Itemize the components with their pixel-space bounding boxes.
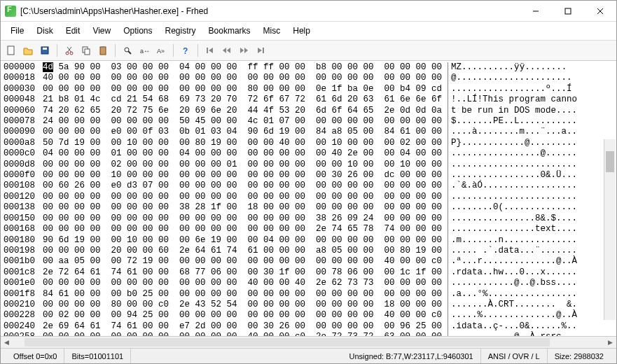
hex-bytes[interactable]: 40 00 00 00 00 00 00 00 00 00 00 00 00 0… xyxy=(43,73,442,83)
hex-row[interactable]: 00015000 00 00 00 00 00 00 00 00 00 00 0… xyxy=(4,214,613,224)
hex-bytes[interactable]: 24 00 00 00 00 00 00 00 50 45 00 00 4c 0… xyxy=(43,116,442,127)
menu-edit[interactable]: Edit xyxy=(60,24,86,37)
ascii-cell[interactable]: ................text.... xyxy=(448,224,577,234)
hex-view[interactable]: 0000004d 5a 90 00 03 00 00 00 04 00 00 0… xyxy=(1,61,616,336)
hex-bytes[interactable]: 21 b8 01 4c cd 21 54 68 69 73 20 70 72 6… xyxy=(43,94,442,105)
hex-row[interactable]: 00022800 02 00 00 00 94 25 00 00 00 00 0… xyxy=(4,310,613,321)
findnext-icon[interactable]: A» xyxy=(153,43,169,58)
hex-bytes[interactable]: 00 60 26 00 e0 d3 07 00 00 00 00 00 00 0… xyxy=(43,181,442,191)
hex-row[interactable]: 00006074 20 62 65 20 72 75 6e 20 69 6e 2… xyxy=(4,106,613,116)
ascii-cell[interactable]: ............@..@.bss.... xyxy=(448,278,577,288)
menu-registry[interactable]: Registry xyxy=(160,24,202,37)
ascii-cell[interactable]: .................0&.Ü... xyxy=(448,170,577,181)
hex-row[interactable]: 0000a850 7d 19 00 00 10 00 00 00 80 19 0… xyxy=(4,138,613,148)
cut-icon[interactable] xyxy=(62,43,77,58)
ascii-cell[interactable]: $.......PE..L........... xyxy=(448,116,577,127)
scrollbar-thumb[interactable] xyxy=(606,151,614,172)
ascii-cell[interactable]: ..... .`.data...¨....... xyxy=(448,246,577,256)
scroll-left-icon[interactable]: ◀ xyxy=(1,337,13,348)
open-icon[interactable] xyxy=(20,43,36,58)
ascii-cell[interactable]: ....à........m...¨...a.. xyxy=(448,127,577,137)
menu-options[interactable]: Options xyxy=(118,24,158,37)
nav-next-icon[interactable] xyxy=(236,43,251,58)
minimize-button[interactable] xyxy=(520,1,552,22)
help-icon[interactable]: ? xyxy=(178,43,193,58)
paste-icon[interactable] xyxy=(95,43,111,58)
ascii-cell[interactable]: .ª...r..............@..À xyxy=(448,256,577,267)
hex-bytes[interactable]: 00 00 00 00 00 00 00 00 00 00 00 00 00 0… xyxy=(43,224,442,234)
ascii-cell[interactable]: .....%..............@..À xyxy=(448,310,577,321)
hex-row[interactable]: 00007824 00 00 00 00 00 00 00 50 45 00 0… xyxy=(4,116,613,127)
maximize-button[interactable] xyxy=(552,1,584,22)
ascii-cell[interactable]: .......À.CRT........ &. xyxy=(448,300,577,310)
copy-icon[interactable] xyxy=(78,43,94,58)
hex-bytes[interactable]: 50 7d 19 00 00 10 00 00 00 80 19 00 00 0… xyxy=(43,138,442,148)
hex-row[interactable]: 0001e000 00 00 00 00 00 00 00 00 00 00 0… xyxy=(4,278,613,288)
ascii-cell[interactable]: .idata..ç-...0&......%.. xyxy=(448,321,577,332)
ascii-cell[interactable]: MZ..........ÿÿ........ xyxy=(448,62,567,73)
nav-last-icon[interactable] xyxy=(253,43,268,58)
hex-bytes[interactable]: 00 aa 05 00 00 72 19 00 00 00 00 00 00 0… xyxy=(43,256,442,267)
ascii-cell[interactable]: .a...°%................. xyxy=(448,289,577,300)
hex-row[interactable]: 0001b000 aa 05 00 00 72 19 00 00 00 00 0… xyxy=(4,256,613,267)
hex-row[interactable]: 00001840 00 00 00 00 00 00 00 00 00 00 0… xyxy=(4,73,613,83)
hex-bytes[interactable]: 2e 69 64 61 74 61 00 00 e7 2d 00 00 00 3… xyxy=(43,321,442,332)
menu-file[interactable]: File xyxy=(5,24,29,37)
menu-bookmarks[interactable]: Bookmarks xyxy=(203,24,256,37)
menu-disk[interactable]: Disk xyxy=(31,24,58,37)
hex-bytes[interactable]: 00 00 00 00 20 00 00 60 2e 64 61 74 61 0… xyxy=(43,246,442,256)
hex-row[interactable]: 00009000 00 00 00 e0 00 0f 03 0b 01 03 0… xyxy=(4,127,613,137)
hex-bytes[interactable]: 4d 5a 90 00 03 00 00 00 04 00 00 00 ff f… xyxy=(43,62,442,73)
hex-row[interactable]: 00012000 00 00 00 00 00 00 00 00 00 00 0… xyxy=(4,192,613,202)
nav-first-icon[interactable] xyxy=(202,43,218,58)
hex-bytes[interactable]: 2e 72 64 61 74 61 00 00 68 77 06 00 00 3… xyxy=(43,267,442,278)
new-icon[interactable] xyxy=(4,43,19,58)
hex-bytes[interactable]: 04 00 00 00 01 00 00 00 04 00 00 00 00 0… xyxy=(43,148,442,159)
hex-bytes[interactable]: 00 02 00 00 00 94 25 00 00 00 00 00 00 0… xyxy=(43,310,442,321)
hex-row[interactable]: 00019800 00 00 00 20 00 00 60 2e 64 61 7… xyxy=(4,246,613,256)
find-icon[interactable] xyxy=(120,43,135,58)
hex-bytes[interactable]: 00 00 00 00 00 00 00 00 00 00 00 00 00 0… xyxy=(43,214,442,224)
hex-bytes[interactable]: 00 00 00 00 10 00 00 00 00 00 00 00 00 0… xyxy=(43,170,442,181)
menu-misc[interactable]: Misc xyxy=(258,24,286,37)
scroll-right-icon[interactable]: ▶ xyxy=(604,337,616,348)
replace-icon[interactable]: a↔ xyxy=(137,43,152,58)
hex-row[interactable]: 00013800 00 00 00 00 00 00 00 38 28 1f 0… xyxy=(4,202,613,213)
nav-prev-icon[interactable] xyxy=(219,43,235,58)
hex-bytes[interactable]: 00 00 00 00 80 00 00 c0 2e 43 52 54 00 0… xyxy=(43,300,442,310)
hex-row[interactable]: 0001f884 61 00 00 00 b0 25 00 00 00 00 0… xyxy=(4,289,613,300)
hex-bytes[interactable]: 84 61 00 00 00 b0 25 00 00 00 00 00 00 0… xyxy=(43,289,442,300)
hex-bytes[interactable]: 00 00 00 00 00 00 00 00 00 00 00 00 80 0… xyxy=(43,84,442,94)
ascii-cell[interactable]: ..................º...Í xyxy=(448,84,572,94)
menu-help[interactable]: Help xyxy=(287,24,316,37)
menu-view[interactable]: View xyxy=(87,24,116,37)
hex-row[interactable]: 0001c82e 72 64 61 74 61 00 00 68 77 06 0… xyxy=(4,267,613,278)
horizontal-scrollbar[interactable]: ◀ ▶ xyxy=(1,336,616,348)
ascii-cell[interactable]: @...................... xyxy=(448,73,572,83)
ascii-cell[interactable]: !..LÍ!This program canno xyxy=(448,94,577,105)
hex-bytes[interactable]: 90 6d 19 00 00 10 00 00 00 6e 19 00 00 0… xyxy=(43,235,442,246)
scrollbar-thumb[interactable] xyxy=(25,338,550,346)
hex-bytes[interactable]: 00 00 00 00 00 00 00 00 00 00 00 00 00 0… xyxy=(43,192,442,202)
ascii-cell[interactable]: ................8&.$.... xyxy=(448,214,577,224)
hex-row[interactable]: 00003000 00 00 00 00 00 00 00 00 00 00 0… xyxy=(4,84,613,94)
ascii-cell[interactable]: ........0(.............. xyxy=(448,202,577,213)
hex-row[interactable]: 0000004d 5a 90 00 03 00 00 00 04 00 00 0… xyxy=(4,62,613,73)
ascii-cell[interactable]: P}............@......... xyxy=(448,138,577,148)
close-button[interactable] xyxy=(584,1,616,22)
hex-bytes[interactable]: 00 00 00 00 e0 00 0f 03 0b 01 03 04 90 6… xyxy=(43,127,442,137)
hex-row[interactable]: 0000d800 00 00 00 02 00 00 00 00 00 00 0… xyxy=(4,160,613,170)
hex-row[interactable]: 0000f000 00 00 00 10 00 00 00 00 00 00 0… xyxy=(4,170,613,181)
ascii-cell[interactable]: .`&.àÓ.................. xyxy=(448,181,577,191)
hex-bytes[interactable]: 00 00 00 00 02 00 00 00 00 00 00 01 00 0… xyxy=(43,160,442,170)
hex-row[interactable]: 0002402e 69 64 61 74 61 00 00 e7 2d 00 0… xyxy=(4,321,613,332)
ascii-cell[interactable]: t be run in DOS mode.... xyxy=(448,106,577,116)
save-icon[interactable] xyxy=(37,43,53,58)
ascii-cell[interactable]: ........................ xyxy=(448,192,577,202)
hex-row[interactable]: 00004821 b8 01 4c cd 21 54 68 69 73 20 7… xyxy=(4,94,613,105)
ascii-cell[interactable]: .m.......n.............. xyxy=(448,235,577,246)
hex-row[interactable]: 00010800 60 26 00 e0 d3 07 00 00 00 00 0… xyxy=(4,181,613,191)
hex-bytes[interactable]: 74 20 62 65 20 72 75 6e 20 69 6e 20 44 4… xyxy=(43,106,442,116)
ascii-cell[interactable]: ........................ xyxy=(448,160,577,170)
hex-row[interactable]: 00018090 6d 19 00 00 10 00 00 00 6e 19 0… xyxy=(4,235,613,246)
